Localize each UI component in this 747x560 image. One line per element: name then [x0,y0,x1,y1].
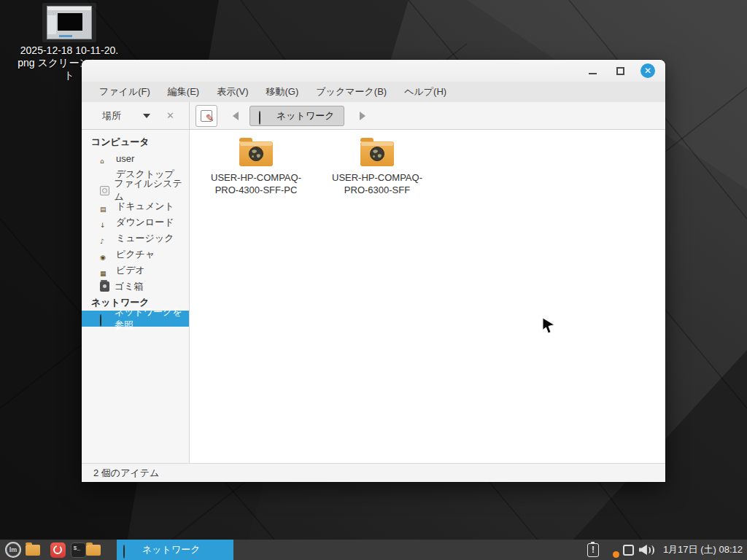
menu-view[interactable]: 表示(V) [209,82,255,101]
taskbar: lm $_ ネットワーク ! [0,540,747,560]
menu-file[interactable]: ファイル(F) [92,82,158,101]
close-button[interactable]: ✕ [640,63,655,78]
item-count-text: 2 個のアイテム [93,467,159,480]
sidebar: コンピュータ ⌂ user デスクトップ ファイルシステム ▤ ドキュメント [82,130,190,463]
minimize-icon [589,73,597,74]
chevron-down-icon[interactable] [143,114,150,118]
sidebar-mode-selector: 場所 ✕ [82,102,190,129]
network-host-item[interactable]: USER-HP-COMPAQ-PRO-4300-SFF-PC [209,141,303,196]
menu-edit[interactable]: 編集(E) [160,82,206,101]
launcher-folder[interactable] [23,540,42,560]
taskbar-task-network[interactable]: ネットワーク [117,540,233,560]
maximize-button[interactable] [613,63,627,78]
network-host-label: USER-HP-COMPAQ-PRO-4300-SFF-PC [209,171,303,196]
file-list-area[interactable]: USER-HP-COMPAQ-PRO-4300-SFF-PC USER-HP-C… [190,130,665,463]
forward-arrow-icon [360,112,365,120]
statusbar: 2 個のアイテム [82,463,665,482]
forward-button[interactable] [355,106,371,126]
back-arrow-icon [233,112,239,120]
minimize-button[interactable] [585,63,600,78]
system-tray: ! 1月17日 (土) 08:12 [587,540,743,560]
screenshot-thumbnail[interactable] [42,3,96,42]
file-manager-icon [86,545,101,556]
home-folder-icon: ⌂ [100,155,111,163]
window-content: コンピュータ ⌂ user デスクトップ ファイルシステム ▤ ドキュメント [82,130,665,463]
videos-folder-icon: ▦ [100,267,111,275]
sidebar-item-filesystem[interactable]: ファイルシステム [82,182,189,198]
launcher-red-app[interactable] [48,540,67,560]
back-button[interactable] [228,106,244,126]
sidebar-item-browse-network[interactable]: ネットワークを参照 [82,311,189,327]
network-folder-icon [100,315,109,323]
places-dropdown-label[interactable]: 場所 [102,109,121,122]
edit-path-icon: ✎ [201,110,212,122]
sidebar-item-videos[interactable]: ▦ ビデオ [82,262,189,279]
menu-go[interactable]: 移動(G) [259,82,306,101]
desktop-folder-icon [100,171,111,179]
update-manager-icon[interactable]: ! [587,543,599,557]
menu-help[interactable]: ヘルプ(H) [397,82,454,101]
mint-logo-icon: lm [5,542,21,558]
screenshot-thumbnail-image [47,6,92,39]
toolbar: 場所 ✕ ✎ ネットワーク [82,102,665,130]
maximize-icon [616,67,624,75]
red-circular-arrow-app-icon [50,542,66,558]
desktop: 2025-12-18 10-11-20. png スクリーンショット ✕ ファイ… [0,0,747,560]
pictures-folder-icon: ◉ [100,251,111,259]
sidebar-item-music[interactable]: ♪ ミュージック [82,230,189,246]
launcher-file-manager[interactable] [84,540,103,560]
filesystem-icon [100,186,109,195]
clipboard-tray-icon[interactable] [623,545,634,556]
network-share-folder-icon [239,141,273,166]
volume-icon[interactable] [639,544,654,556]
file-manager-window: ✕ ファイル(F) 編集(E) 表示(V) 移動(G) ブックマーク(B) ヘル… [82,60,665,482]
sidebar-item-trash[interactable]: ゴミ箱 [82,279,189,295]
menu-bookmarks[interactable]: ブックマーク(B) [309,82,394,101]
clock[interactable]: 1月17日 (土) 08:12 [663,543,743,556]
path-button-network[interactable]: ネットワーク [249,106,344,126]
network-share-folder-icon [360,141,394,166]
network-folder-icon [259,112,271,120]
titlebar[interactable]: ✕ [82,60,665,82]
sidebar-item-downloads[interactable]: ↓ ダウンロード [82,214,189,230]
folder-icon [26,545,40,556]
sidebar-item-documents[interactable]: ▤ ドキュメント [82,198,189,214]
sidebar-header-computer: コンピュータ [82,134,189,150]
network-host-item[interactable]: USER-HP-COMPAQ-PRO-6300-SFF [330,141,425,196]
documents-folder-icon: ▤ [100,203,111,211]
network-folder-icon [123,545,135,554]
network-host-label: USER-HP-COMPAQ-PRO-6300-SFF [330,171,425,196]
notification-dot [613,551,619,558]
menubar: ファイル(F) 編集(E) 表示(V) 移動(G) ブックマーク(B) ヘルプ(… [82,82,665,102]
mouse-cursor [541,316,557,335]
edit-path-button[interactable]: ✎ [196,105,217,127]
music-folder-icon: ♪ [100,235,111,243]
downloads-folder-icon: ↓ [100,219,111,227]
close-sidebar-button[interactable]: ✕ [166,110,174,121]
sidebar-item-pictures[interactable]: ◉ ピクチャ [82,246,189,262]
start-menu-button[interactable]: lm [3,540,23,560]
security-shield-icon[interactable] [604,542,618,557]
globe-icon [370,147,384,161]
globe-icon [249,147,263,161]
trash-icon [100,281,109,292]
sidebar-item-user[interactable]: ⌂ user [82,150,189,166]
close-icon: ✕ [644,66,651,75]
